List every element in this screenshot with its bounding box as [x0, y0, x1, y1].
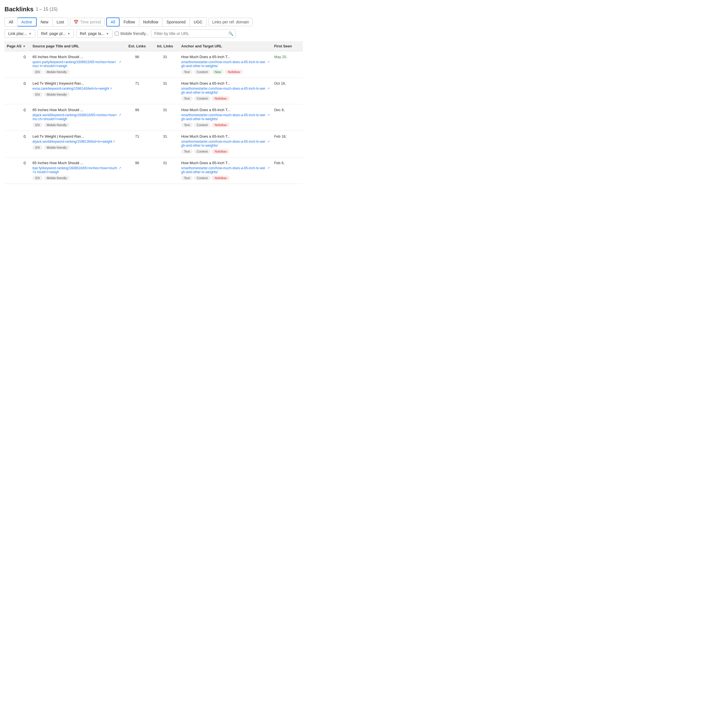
- source-tags: ENMobile friendly: [32, 176, 121, 180]
- source-url[interactable]: drjack.world/keyword-ranking/1608616/65+…: [32, 113, 121, 121]
- cell-source: Led Tv Weight | Keyword Ran...evna.care/…: [30, 78, 123, 104]
- external-link-icon: ↗: [113, 140, 115, 143]
- badge-nofollow: Nofollow: [212, 149, 229, 154]
- mobile-friendly-checkbox-label[interactable]: Mobile friendly...: [115, 31, 149, 36]
- chevron-down-icon: ▼: [106, 32, 109, 35]
- time-period-button[interactable]: 📅 Time period: [70, 18, 104, 26]
- cell-int-links: 31: [151, 104, 179, 131]
- anchor-url[interactable]: smarthomestarter.com/how-much-does-a-65-…: [181, 87, 270, 94]
- tag: EN: [32, 92, 42, 97]
- anchor-url-link[interactable]: smarthomestarter.com/how-much-does-a-65-…: [181, 140, 267, 147]
- cell-page-as: 0: [4, 104, 30, 131]
- ref-page-pl-dropdown[interactable]: Ref. page pl... ▼: [38, 29, 74, 38]
- cell-anchor: How Much Does a 65-Inch T...smarthomesta…: [179, 51, 272, 78]
- badge-row: TextContentNofollow: [181, 123, 270, 127]
- anchor-url[interactable]: smarthomestarter.com/how-much-does-a-65-…: [181, 166, 270, 174]
- anchor-url[interactable]: smarthomestarter.com/how-much-does-a-65-…: [181, 113, 270, 121]
- link-type-nofollow-button[interactable]: Nofollow: [139, 17, 163, 26]
- anchor-title: How Much Does a 65-Inch T...: [181, 134, 270, 139]
- page-container: Backlinks 1 – 15 (15) All Active New Los…: [0, 0, 308, 189]
- col-ext-links: Ext. Links: [123, 41, 151, 51]
- calendar-icon: 📅: [74, 20, 78, 24]
- external-link-icon: ↗: [110, 87, 112, 90]
- tag: Mobile friendly: [44, 145, 70, 150]
- cell-anchor: How Much Does a 65-Inch T...smarthomesta…: [179, 104, 272, 131]
- badge-text: Text: [181, 176, 193, 180]
- source-title: 65 Inches How Much Should ...: [32, 108, 121, 112]
- source-tags: ENMobile friendly: [32, 70, 121, 74]
- cell-int-links: 31: [151, 157, 179, 184]
- col-int-links: Int. Links: [151, 41, 179, 51]
- anchor-title: How Much Does a 65-Inch T...: [181, 81, 270, 85]
- page-count: 1 – 15 (15): [36, 7, 58, 12]
- badge-content: Content: [194, 176, 211, 180]
- badge-row: TextContentNofollow: [181, 149, 270, 154]
- link-type-btn-group: All Follow Nofollow Sponsored UGC: [106, 17, 207, 26]
- filter-input[interactable]: [152, 30, 226, 38]
- anchor-url-link[interactable]: smarthomestarter.com/how-much-does-a-65-…: [181, 60, 267, 68]
- link-type-follow-button[interactable]: Follow: [120, 17, 139, 26]
- status-all-button[interactable]: All: [4, 17, 17, 26]
- source-url-link[interactable]: bye.fyi/keyword-ranking/1608616/65+inche…: [32, 166, 118, 174]
- source-url[interactable]: drjack.world/keyword-ranking/1596139/led…: [32, 140, 121, 144]
- anchor-url[interactable]: smarthomestarter.com/how-much-does-a-65-…: [181, 60, 270, 68]
- sort-icon: ▼: [23, 45, 26, 48]
- anchor-title: How Much Does a 65-Inch T...: [181, 161, 270, 165]
- anchor-url[interactable]: smarthomestarter.com/how-much-does-a-65-…: [181, 140, 270, 147]
- badge-content: Content: [194, 149, 211, 154]
- anchor-url-link[interactable]: smarthomestarter.com/how-much-does-a-65-…: [181, 166, 267, 174]
- search-icon[interactable]: 🔍: [226, 30, 235, 38]
- link-placement-dropdown[interactable]: Link plac... ▼: [4, 29, 35, 38]
- badge-nofollow: Nofollow: [225, 70, 243, 74]
- source-url-link[interactable]: quero.party/keyword-ranking/1608615/65+i…: [32, 60, 118, 68]
- cell-anchor: How Much Does a 65-Inch T...smarthomesta…: [179, 131, 272, 157]
- external-link-icon: ↗: [267, 140, 270, 143]
- external-link-icon: ↗: [267, 113, 270, 117]
- anchor-url-link[interactable]: smarthomestarter.com/how-much-does-a-65-…: [181, 87, 267, 94]
- cell-ext-links: 96: [123, 104, 151, 131]
- tag: EN: [32, 145, 42, 150]
- source-tags: ENMobile friendly: [32, 92, 121, 97]
- tag: EN: [32, 70, 42, 74]
- col-anchor: Anchor and Target URL: [179, 41, 272, 51]
- link-type-all-button[interactable]: All: [106, 17, 120, 26]
- tag: Mobile friendly: [44, 92, 70, 97]
- cell-ext-links: 71: [123, 131, 151, 157]
- backlinks-table-wrap: Page AS ▼ Source page Title and URL Ext.…: [4, 41, 303, 184]
- chevron-down-icon: ▼: [67, 32, 70, 35]
- source-url[interactable]: evna.care/keyword-ranking/1596140/led+tv…: [32, 87, 121, 91]
- badge-row: TextContentNofollow: [181, 96, 270, 101]
- source-url-link[interactable]: evna.care/keyword-ranking/1596140/led+tv…: [32, 87, 109, 91]
- cell-int-links: 31: [151, 131, 179, 157]
- badge-text: Text: [181, 123, 193, 127]
- col-page-as[interactable]: Page AS ▼: [4, 41, 30, 51]
- badge-content: Content: [194, 96, 211, 101]
- cell-anchor: How Much Does a 65-Inch T...smarthomesta…: [179, 157, 272, 184]
- cell-first-seen: Oct 16,: [272, 78, 303, 104]
- filter-row-1: All Active New Lost 📅 Time period All Fo…: [4, 17, 303, 26]
- cell-anchor: How Much Does a 65-Inch T...smarthomesta…: [179, 78, 272, 104]
- mobile-friendly-checkbox[interactable]: [115, 32, 119, 36]
- status-lost-button[interactable]: Lost: [53, 17, 68, 26]
- table-row: 0Led Tv Weight | Keyword Ran...drjack.wo…: [4, 131, 303, 157]
- badge-content: Content: [194, 70, 211, 74]
- cell-source: Led Tv Weight | Keyword Ran...drjack.wor…: [30, 131, 123, 157]
- source-url-link[interactable]: drjack.world/keyword-ranking/1608616/65+…: [32, 113, 118, 121]
- anchor-url-link[interactable]: smarthomestarter.com/how-much-does-a-65-…: [181, 113, 267, 121]
- backlinks-table: Page AS ▼ Source page Title and URL Ext.…: [4, 41, 303, 184]
- link-type-sponsored-button[interactable]: Sponsored: [162, 17, 190, 26]
- source-url[interactable]: bye.fyi/keyword-ranking/1608616/65+inche…: [32, 166, 121, 174]
- ref-page-la-dropdown[interactable]: Ref. page la... ▼: [76, 29, 113, 38]
- source-url[interactable]: quero.party/keyword-ranking/1608615/65+i…: [32, 60, 121, 68]
- external-link-icon: ↗: [119, 166, 121, 169]
- link-type-ugc-button[interactable]: UGC: [190, 17, 207, 26]
- status-active-button[interactable]: Active: [17, 17, 37, 26]
- col-first-seen: First Seen: [272, 41, 303, 51]
- status-new-button[interactable]: New: [37, 17, 53, 26]
- cell-source: 65 Inches How Much Should ...quero.party…: [30, 51, 123, 78]
- source-url-link[interactable]: drjack.world/keyword-ranking/1596139/led…: [32, 140, 112, 144]
- anchor-title: How Much Does a 65-Inch T...: [181, 55, 270, 59]
- filter-input-wrap: 🔍: [151, 29, 236, 38]
- cell-ext-links: 96: [123, 157, 151, 184]
- external-link-icon: ↗: [119, 61, 121, 64]
